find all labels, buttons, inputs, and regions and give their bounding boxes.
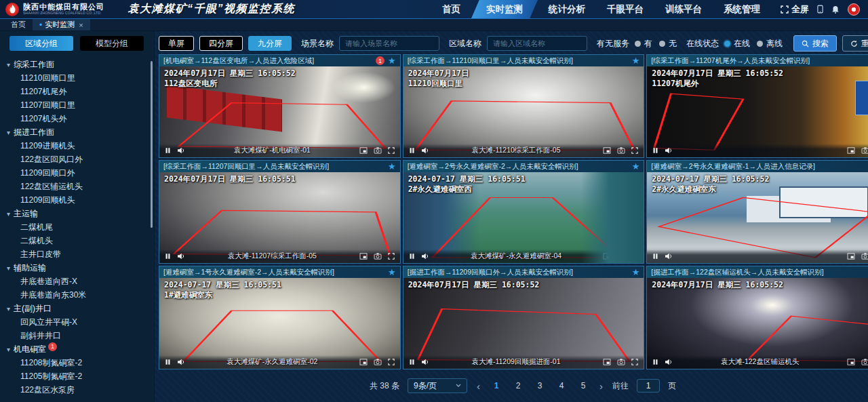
page-number-1[interactable]: 1 <box>490 381 503 390</box>
nav-item-1[interactable]: 实时监测 <box>471 0 538 18</box>
speaker-icon[interactable] <box>421 359 429 365</box>
service-option-0[interactable]: 有 <box>635 38 652 49</box>
picture-in-picture-icon[interactable] <box>359 253 368 260</box>
service-option-1[interactable]: 无 <box>659 38 677 49</box>
fullscreen-icon[interactable] <box>388 253 395 260</box>
notification-button[interactable] <box>831 5 840 14</box>
tree-item-3-1[interactable]: 井底巷道向东30米 <box>0 288 154 302</box>
snapshot-camera-icon[interactable] <box>374 147 382 154</box>
video-frame[interactable]: 2024-07-17 星期三 16:05:511#避难硐室东袁大滩煤矿-永久避难… <box>159 278 400 369</box>
speaker-icon[interactable] <box>665 359 673 365</box>
tree-item-0-2[interactable]: 11207回顺口里 <box>0 98 154 112</box>
snapshot-camera-icon[interactable] <box>861 359 868 365</box>
video-frame[interactable]: 2024年07月17日 星期三 16:05:52112盘区变电所袁大滩煤矿-机电… <box>159 66 400 157</box>
tree-item-1-1[interactable]: 122盘区回风口外 <box>0 153 154 166</box>
tree-item-1-4[interactable]: 11209回顺机头 <box>0 193 154 207</box>
pause-icon[interactable] <box>165 359 171 365</box>
pause-icon[interactable] <box>165 253 171 260</box>
page-number-2[interactable]: 2 <box>511 381 525 390</box>
pause-icon[interactable] <box>409 253 415 260</box>
area-name-input[interactable] <box>487 36 587 51</box>
tree-item-3-0[interactable]: 井底巷道向西-X <box>0 275 154 288</box>
video-frame[interactable]: 2024年07月17日 星期三 16:05:5211207机尾外 <box>647 66 868 157</box>
video-frame[interactable]: 2024-07-17 星期三 16:05:522#永久避难硐室东 <box>647 172 868 263</box>
snapshot-camera-icon[interactable] <box>617 359 625 365</box>
favorite-star-icon[interactable]: ★ <box>388 162 396 171</box>
next-page-button[interactable]: › <box>598 380 604 392</box>
picture-in-picture-icon[interactable] <box>847 359 855 365</box>
page-number-4[interactable]: 4 <box>555 381 568 390</box>
favorite-star-icon[interactable]: ★ <box>388 56 396 65</box>
nav-item-2[interactable]: 统计分析 <box>538 0 596 18</box>
page-number-5[interactable]: 5 <box>576 381 590 390</box>
tree-item-1-3[interactable]: 122盘区辅运机头 <box>0 180 154 193</box>
page-size-select[interactable]: 9条/页 <box>408 378 467 393</box>
sidebar-scrollbar[interactable] <box>151 61 153 228</box>
tree-item-2-2[interactable]: 主井口皮带 <box>0 247 154 261</box>
speaker-icon[interactable] <box>177 253 185 260</box>
speaker-icon[interactable] <box>177 359 185 365</box>
online-option-1[interactable]: 离线 <box>757 38 783 49</box>
tree-item-2-0[interactable]: 二煤机尾 <box>0 220 154 234</box>
snapshot-camera-icon[interactable] <box>617 253 625 260</box>
page-number-3[interactable]: 3 <box>533 381 547 390</box>
fullscreen-icon[interactable] <box>631 253 638 260</box>
picture-in-picture-icon[interactable] <box>603 253 611 260</box>
fullscreen-icon[interactable] <box>388 147 395 154</box>
tree-item-5-2[interactable]: 122盘区水泵房 <box>0 383 154 397</box>
tree-item-5-1[interactable]: 11205制氮硐室-2 <box>0 369 154 383</box>
tree-item-1-0[interactable]: 11209进顺机头 <box>0 139 154 153</box>
tree-item-4-0[interactable]: 回风立井平硐-X <box>0 315 154 329</box>
favorite-star-icon[interactable]: ★ <box>632 56 640 65</box>
close-icon[interactable]: × <box>79 21 83 29</box>
goto-page-input[interactable] <box>637 379 660 393</box>
search-button[interactable]: 搜索 <box>793 35 837 52</box>
sidebar-tab-0[interactable]: 区域分组 <box>9 36 73 51</box>
prev-page-button[interactable]: ‹ <box>475 380 481 392</box>
tree-item-2-1[interactable]: 二煤机头 <box>0 234 154 247</box>
pause-icon[interactable] <box>165 147 171 154</box>
picture-in-picture-icon[interactable] <box>847 253 855 260</box>
picture-in-picture-icon[interactable] <box>359 147 368 154</box>
nav-item-5[interactable]: 系统管理 <box>713 0 771 18</box>
speaker-icon[interactable] <box>421 253 429 260</box>
tree-item-0-0[interactable]: 11210回顺口里 <box>0 71 154 85</box>
favorite-star-icon[interactable]: ★ <box>632 162 640 171</box>
nav-item-4[interactable]: 训练平台 <box>654 0 713 18</box>
tree-item-4-1[interactable]: 副斜井井口 <box>0 329 154 342</box>
alarm-count-badge[interactable]: 1 <box>376 56 384 65</box>
tree-group-4[interactable]: ▾主(副)井口 <box>0 302 154 315</box>
sidebar-tab-1[interactable]: 模型分组 <box>80 36 144 51</box>
tree-group-0[interactable]: ▾综采工作面 <box>0 58 154 71</box>
screen-mode-button-0[interactable]: 单屏 <box>159 36 194 51</box>
tree-item-5-0[interactable]: 11208制氮硐室-2 <box>0 356 154 369</box>
snapshot-camera-icon[interactable] <box>374 359 382 365</box>
video-frame[interactable]: 2024年07月17日11210回顺口里袁大滩-11210综采工作面-05 <box>403 66 644 157</box>
user-avatar[interactable] <box>848 3 860 16</box>
speaker-icon[interactable] <box>177 147 185 154</box>
video-frame[interactable]: 2024年07月17日 星期三 16:05:51袁大滩-11207综采工作面-0… <box>159 172 400 263</box>
nav-item-0[interactable]: 首页 <box>431 0 471 18</box>
video-frame[interactable]: 2024-07-17 星期三 16:05:512#永久避难硐室西袁大滩煤矿-永久… <box>403 172 644 263</box>
screen-mode-button-2[interactable]: 九分屏 <box>248 36 292 51</box>
fullscreen-icon[interactable] <box>631 147 638 154</box>
tab-0[interactable]: 首页 <box>4 19 33 31</box>
screen-mode-button-1[interactable]: 四分屏 <box>199 36 243 51</box>
picture-in-picture-icon[interactable] <box>603 359 611 365</box>
speaker-icon[interactable] <box>665 147 673 154</box>
favorite-star-icon[interactable]: ★ <box>388 268 396 277</box>
tree-group-3[interactable]: ▾辅助运输 <box>0 261 154 275</box>
favorite-star-icon[interactable]: ★ <box>632 268 640 277</box>
reset-button[interactable]: 重置 <box>842 35 868 52</box>
snapshot-camera-icon[interactable] <box>617 147 625 154</box>
tree-item-1-2[interactable]: 11209回顺口外 <box>0 166 154 180</box>
tree-group-2[interactable]: ▾主运输 <box>0 207 154 220</box>
picture-in-picture-icon[interactable] <box>847 147 855 154</box>
tree-item-0-1[interactable]: 11207机尾外 <box>0 85 154 98</box>
video-frame[interactable]: 2024年07月17日 星期三 16:05:52袁大滩-122盘区辅运机头 <box>647 278 868 369</box>
fullscreen-button[interactable]: 全屏 <box>781 3 809 16</box>
snapshot-camera-icon[interactable] <box>374 253 382 260</box>
snapshot-camera-icon[interactable] <box>861 147 868 154</box>
tab-1[interactable]: •实时监测× <box>33 19 90 31</box>
pause-icon[interactable] <box>652 147 658 154</box>
